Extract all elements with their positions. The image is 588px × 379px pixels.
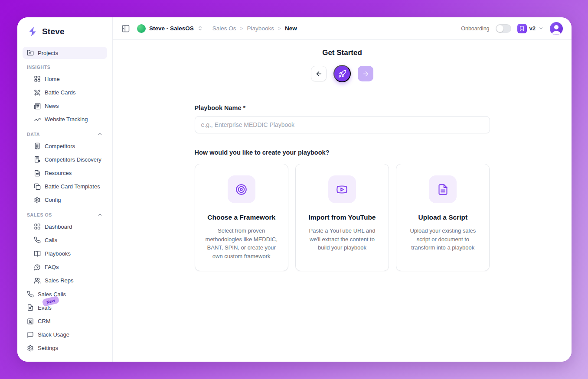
onboarding-label: Onboarding [461,26,489,32]
sidebar-section-sales-os[interactable]: SALES OS [23,207,107,220]
topbar: Steve - SalesOS Sales Os > Playbooks > N… [113,17,572,40]
newspaper-icon [34,103,41,110]
sidebar-section-data[interactable]: DATA [23,127,107,140]
card-title: Choose a Framework [202,214,281,221]
gear-icon [34,197,41,204]
trending-up-icon [34,116,41,123]
sidebar-section-insights: INSIGHTS [23,60,107,73]
workspace-dot-icon [137,24,146,33]
breadcrumb-separator: > [240,26,243,32]
swords-icon [34,89,41,96]
card-title: Import from YouTube [303,214,382,221]
sidebar-item-news[interactable]: News [29,100,107,112]
sidebar: Steve Projects INSIGHTS Home Battle Card… [17,17,113,362]
panel-left-icon [121,24,130,33]
logo-bolt-icon [27,26,38,37]
wizard-header: Get Started [113,40,572,92]
chat-question-icon [34,264,41,271]
target-icon [228,175,255,203]
workspace-name: Steve - SalesOS [149,25,194,32]
breadcrumb-new: New [285,25,297,32]
sidebar-item-battle-card-templates[interactable]: Battle Card Templates [29,181,107,193]
card-description: Upload your existing sales script or doc… [403,227,482,252]
next-button[interactable] [358,66,373,81]
back-button[interactable] [311,66,327,81]
option-card-framework[interactable]: Choose a Framework Select from proven me… [195,164,288,271]
launch-button[interactable] [333,65,351,82]
create-method-question: How would you like to create your playbo… [195,149,490,156]
sidebar-item-competitors[interactable]: Competitors [29,140,107,152]
playbook-name-input[interactable] [195,116,490,133]
sidebar-item-sales-reps[interactable]: Sales Reps [29,275,107,287]
version-dropdown[interactable]: v2 [517,24,544,33]
file-icon [34,170,41,177]
breadcrumb-sales-os[interactable]: Sales Os [212,25,236,32]
gear-icon [27,345,34,352]
card-description: Paste a YouTube URL and we'll extract th… [303,227,382,252]
chevron-up-icon[interactable] [97,131,103,137]
version-badge-icon [517,24,527,33]
chevron-down-icon [538,26,544,31]
content-area: Playbook Name * How would you like to cr… [113,92,572,362]
onboarding-toggle[interactable] [496,24,511,33]
book-open-icon [34,250,41,257]
youtube-icon [328,175,356,203]
version-label: v2 [529,25,536,32]
chevrons-up-down-icon [197,26,203,31]
toggle-knob [497,25,503,32]
contact-card-icon [27,318,34,325]
sidebar-item-config[interactable]: Config [29,194,107,206]
phone-icon [34,236,41,243]
sidebar-item-playbooks[interactable]: Playbooks [29,247,107,259]
card-title: Upload a Script [403,214,482,221]
chat-bubble-icon [27,331,34,338]
sidebar-item-slack-usage[interactable]: Slack Usage [23,329,107,341]
sidebar-item-website-tracking[interactable]: Website Tracking [29,113,107,126]
user-avatar[interactable] [550,22,563,35]
sidebar-item-faqs[interactable]: FAQs [29,261,107,273]
grid-icon [34,75,41,82]
sidebar-item-projects[interactable]: Projects [23,47,107,59]
topbar-right: Onboarding v2 [461,22,563,35]
breadcrumb-playbooks[interactable]: Playbooks [247,25,274,32]
breadcrumb: Sales Os > Playbooks > New [212,25,297,32]
arrow-left-icon [315,70,323,78]
playbook-name-label: Playbook Name * [195,104,490,111]
card-description: Select from proven methodologies like ME… [202,227,281,260]
rocket-icon [338,70,346,78]
option-cards: Choose a Framework Select from proven me… [195,164,490,271]
phone-icon [27,291,34,298]
sidebar-item-settings[interactable]: Settings [23,342,107,354]
option-card-upload-script[interactable]: Upload a Script Upload your existing sal… [396,164,490,271]
app-logo[interactable]: Steve [23,23,107,47]
workspace-selector[interactable]: Steve - SalesOS [137,24,203,33]
breadcrumb-separator: > [278,26,281,32]
sidebar-item-resources[interactable]: Resources [29,167,107,179]
building-icon [34,143,41,149]
sidebar-item-sales-calls[interactable]: Sales Calls [23,288,107,300]
sidebar-item-battle-cards[interactable]: Battle Cards [29,86,107,98]
sidebar-item-label: Projects [38,50,58,56]
sidebar-item-evals[interactable]: Evals New [23,301,107,314]
page-title: Get Started [113,49,572,57]
sidebar-item-competitors-discovery[interactable]: Competitors Discovery [29,153,107,165]
sidebar-item-home[interactable]: Home [29,73,107,85]
sidebar-item-calls[interactable]: Calls [29,234,107,246]
app-window: Steve Projects INSIGHTS Home Battle Card… [17,17,572,362]
person-icon [550,22,563,35]
arrow-right-icon [362,70,369,78]
sidebar-collapse-button[interactable] [121,24,130,33]
wizard-nav [113,65,572,82]
building-search-icon [34,156,41,163]
projects-folder-icon [27,49,34,56]
grid-icon [34,223,41,230]
file-text-icon [429,175,457,203]
chevron-up-icon[interactable] [97,212,103,217]
app-title: Steve [42,27,65,36]
option-card-youtube[interactable]: Import from YouTube Paste a YouTube URL … [295,164,389,271]
file-search-icon [27,304,34,311]
users-icon [34,277,41,284]
sidebar-item-dashboard[interactable]: Dashboard [29,220,107,233]
copy-icon [34,183,41,190]
sidebar-item-crm[interactable]: CRM [23,315,107,327]
